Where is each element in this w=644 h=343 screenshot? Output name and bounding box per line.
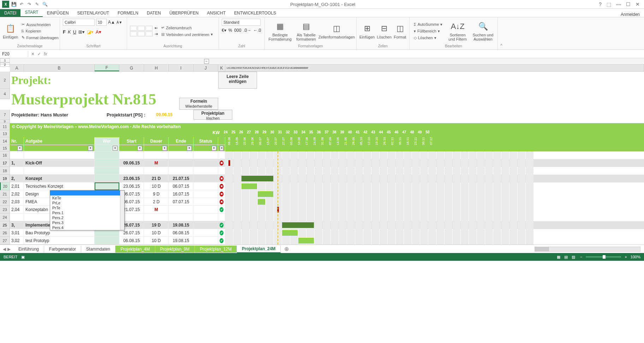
cell-k[interactable]: ✔ (218, 206, 225, 213)
fill-color-icon[interactable]: ◪▾ (87, 29, 94, 35)
row-header[interactable]: 14 (0, 137, 10, 145)
cell-who[interactable] (95, 159, 119, 167)
view-layout-icon[interactable]: ▤ (563, 255, 569, 259)
row-header[interactable]: 27 (0, 237, 10, 245)
cell-who[interactable] (95, 237, 119, 245)
bold-button[interactable]: F (63, 29, 66, 35)
filter-end-icon[interactable]: ▾ (187, 146, 192, 151)
sheet-nav-last-icon[interactable]: ▶ (7, 247, 11, 252)
tab-daten[interactable]: DATEN (143, 9, 165, 17)
cell-k[interactable]: ✖ (218, 175, 225, 182)
cell-dur[interactable]: 10 D (144, 229, 169, 237)
restore-formulas-button[interactable]: Formeln Wiederherstelle (179, 98, 218, 110)
border-icon[interactable]: ⊞▾ (78, 29, 85, 35)
decrease-font-icon[interactable]: A▼ (117, 20, 123, 24)
cell-task[interactable]: test Prototyp (24, 237, 95, 245)
cell-nr[interactable]: 2,01 (10, 182, 24, 190)
align-top-right-icon[interactable] (145, 26, 153, 31)
cell-nr[interactable]: 3,02 (10, 237, 24, 245)
tab-formeln[interactable]: FORMELN (113, 9, 143, 17)
cell-start[interactable] (119, 167, 144, 175)
cell-end[interactable] (169, 159, 193, 167)
filter-who-icon[interactable]: ▾ (113, 146, 118, 151)
sheet-tab-einfuehrung[interactable]: Einführung (13, 246, 44, 253)
formula-input[interactable] (49, 53, 644, 55)
outline-collapse-icon[interactable]: − (204, 59, 209, 64)
row-header[interactable]: 19 (0, 175, 10, 182)
sheet-nav-first-icon[interactable]: ◀ (3, 247, 6, 252)
cell-k[interactable]: ✖ (218, 182, 225, 190)
cell-dur[interactable]: 10 D (144, 237, 169, 245)
cell-nr[interactable]: 2, (10, 175, 24, 182)
paste-button[interactable]: 📋 Einfügen (3, 23, 18, 39)
cell-k[interactable]: ✖ (218, 190, 225, 198)
cell-who[interactable] (95, 151, 119, 159)
dropdown-scrollbar[interactable] (120, 191, 124, 230)
horizontal-scrollbar[interactable] (535, 247, 640, 252)
insert-cells-button[interactable]: ⊞ Einfügen (359, 23, 375, 39)
number-format-combo[interactable]: Standard (222, 19, 261, 26)
help-icon[interactable]: ? (597, 1, 603, 7)
cell-end[interactable]: 06.08.15 (169, 229, 193, 237)
cell-dur[interactable] (144, 167, 169, 175)
align-mid-left-icon[interactable] (130, 31, 137, 36)
font-color-icon[interactable]: A▾ (96, 29, 101, 35)
row-header[interactable]: 20 (0, 182, 10, 190)
cell-status[interactable] (193, 198, 218, 206)
filter-start-icon[interactable]: ▾ (137, 146, 142, 151)
cell-dur[interactable]: M (144, 206, 169, 213)
dropdown-item[interactable]: Pers.3 (50, 220, 124, 225)
percent-icon[interactable]: % (228, 28, 232, 33)
macro-record-icon[interactable]: ▣ (21, 255, 25, 259)
cell-end[interactable]: 19.08.15 (169, 221, 193, 229)
tab-ansicht[interactable]: ANSICHT (203, 9, 230, 17)
row-header[interactable]: 23 (0, 206, 10, 213)
cell-end[interactable] (169, 151, 193, 159)
cell-end[interactable]: 21.07.15 (169, 175, 193, 182)
delete-plan-button[interactable]: Projektplan löschen (193, 110, 232, 120)
row-header[interactable]: 22 (0, 198, 10, 206)
cell-start[interactable]: 23.06.15 (119, 182, 144, 190)
increase-font-icon[interactable]: A▲ (108, 20, 115, 25)
outline-level-1[interactable]: 1 (0, 58, 10, 62)
cell-k[interactable] (218, 213, 225, 221)
align-top-center-icon[interactable] (138, 26, 145, 31)
qat-redo-icon[interactable]: ↷ (26, 1, 32, 7)
filter-k-icon[interactable]: ▾ (220, 146, 223, 151)
col-header-g[interactable]: G (119, 65, 144, 71)
cell-status[interactable] (193, 213, 218, 221)
cell-k[interactable]: ✖ (218, 159, 225, 167)
cell-task[interactable]: Kick-Off (24, 159, 95, 167)
dropdown-item[interactable]: KeTe (50, 195, 124, 200)
cell-task[interactable]: Tecnisches Konzept (24, 182, 95, 190)
qat-brush-icon[interactable]: ✎ (34, 1, 40, 7)
cell-end[interactable]: 06.07.15 (169, 182, 193, 190)
cell-status[interactable] (193, 206, 218, 213)
add-sheet-icon[interactable]: ⊕ (281, 246, 292, 252)
row-header[interactable]: 21 (0, 190, 10, 198)
find-select-button[interactable]: 🔍 Suchen und Auswählen (471, 21, 495, 41)
qat-undo-icon[interactable]: ↶ (18, 1, 25, 7)
zoom-in-icon[interactable]: + (625, 255, 627, 259)
cell-status[interactable] (193, 190, 218, 198)
cell-task[interactable]: Konzept (24, 175, 95, 182)
decrease-decimal-icon[interactable]: ←.0 (253, 28, 261, 33)
cell-dur[interactable] (144, 213, 169, 221)
cell-status[interactable] (193, 221, 218, 229)
row-header[interactable]: 11 (0, 123, 10, 130)
cell-k[interactable] (218, 151, 225, 159)
tab-datei[interactable]: DATEI (0, 9, 20, 17)
sheet-tab-plan12m[interactable]: Projektplan_12M (195, 246, 237, 253)
row-header[interactable]: 26 (0, 229, 10, 237)
filter-nr-icon[interactable]: ▾ (17, 146, 22, 151)
cell-dur[interactable]: 10 D (144, 182, 169, 190)
cell-nr[interactable]: 1, (10, 159, 24, 167)
cell-end[interactable]: 16.07.15 (169, 190, 193, 198)
cell-k[interactable] (218, 167, 225, 175)
cancel-formula-icon[interactable]: ✕ (31, 52, 35, 56)
tab-einfuegen[interactable]: EINFÜGEN (43, 9, 73, 17)
clear-button[interactable]: ◇ Löschen ▾ (412, 35, 444, 41)
cell-end[interactable] (169, 213, 193, 221)
row-header[interactable]: 17 (0, 159, 10, 167)
merge-center-button[interactable]: ⊟ Verbinden und zentrieren ▾ (160, 31, 214, 37)
